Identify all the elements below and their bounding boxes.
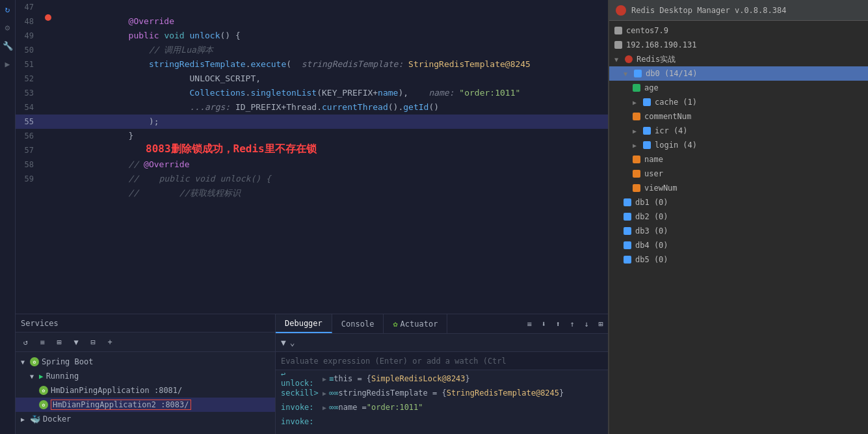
line-number-58: 58 [16,157,42,172]
line-number-54: 54 [16,100,42,115]
line-number-53: 53 [16,86,42,100]
reload-btn[interactable]: ↺ [18,335,33,349]
tab-debugger[interactable]: Debugger [276,314,332,333]
code-area: 47 @Override 48 public void unlock() { [16,0,608,314]
docker-icon: 🐳 [30,414,40,424]
practice-arrow: ▼ [614,56,624,63]
debugger-down-btn[interactable]: ⬇ [536,317,551,331]
redis-db3[interactable]: db3 (0) [609,224,868,238]
frame-arrow-1[interactable]: ▶ [322,375,326,383]
sidebar-item-app1[interactable]: ✿ HmDianPingApplication :8081/ [16,383,275,398]
frame-name-invoke2: invoke: [281,417,320,426]
sidebar-item-app2[interactable]: ✿ HmDianPingApplication2 :8083/ [16,398,275,412]
sidebar-item-spring-boot[interactable]: ▼ ✿ Spring Boot [16,355,275,369]
build-icon[interactable]: 🔧 [1,39,14,52]
line-number-56: 56 [16,129,42,143]
icr-arrow: ▶ [633,128,642,135]
redis-db5[interactable]: db5 (0) [609,252,868,267]
redis-key-name[interactable]: name [609,152,868,167]
code-line-48: 48 public void unlock() { [16,14,608,29]
redis-server-practice[interactable]: ▼ Redis实战 [609,52,868,66]
db2-label: db2 (0) [635,212,668,221]
code-line-54: 54 ); [16,100,608,115]
frame-arrow-3[interactable]: ▶ [322,404,326,411]
redis-panel: Redis Desktop Manager v.0.8.8.384 centos… [608,0,868,434]
user-label: user [644,169,663,178]
debug-frame-unlock: ↩ unlock: ▶ ≡ this = {SimpleRedisLock@82… [276,372,608,386]
redis-server-centos[interactable]: centos7.9 [609,23,868,38]
tab-actuator[interactable]: ✿ Actuator [384,314,447,333]
refresh-icon[interactable]: ↻ [1,3,14,16]
db2-icon [624,213,631,221]
tab-console[interactable]: Console [332,314,384,333]
filter-down-icon[interactable]: ⌄ [290,338,295,347]
redis-key-commentnum[interactable]: commentNum [609,109,868,124]
frame-arrow-2[interactable]: ▶ [322,390,326,397]
app1-label: HmDianPingApplication :8081/ [51,386,182,395]
sidebar-item-running[interactable]: ▼ ▶ Running [16,369,275,383]
login-icon [643,141,651,149]
server-ip-label: 192.168.190.131 [626,40,696,49]
filter-icon[interactable]: ▼ [281,338,286,347]
debugger-menu-btn[interactable]: ≡ [522,317,536,331]
redis-folder-cache[interactable]: ▶ cache (1) [609,95,868,109]
redis-title: Redis Desktop Manager v.0.8.8.384 [631,6,786,15]
db1-label: db1 (0) [635,198,668,207]
group-btn[interactable]: ⊞ [52,335,66,349]
frame-name-unlock: ↩ unlock: [281,370,320,388]
redis-key-viewnum[interactable]: viewNum [609,181,868,195]
redis-tree: centos7.9 192.168.190.131 ▼ Redis实战 ▼ db… [609,21,868,434]
sidebar-item-docker[interactable]: ▶ 🐳 Docker [16,412,275,426]
comment-59: // //获取线程标识 [108,188,240,198]
commentnum-key-icon [633,113,640,120]
gutter-48 [42,14,55,21]
redis-db1[interactable]: db1 (0) [609,195,868,210]
redis-key-user[interactable]: user [609,167,868,181]
frame-srt-label: stringRedisTemplate = { [338,388,446,398]
infinity-1: ∞∞ [329,388,338,398]
services-title: Services [21,319,59,328]
name-label: name [644,155,663,164]
debugger-tabs: Debugger Console ✿ Actuator ≡ ⬇ ⬆ ↑ ↓ ⊞ [276,314,608,334]
editor-panel: 47 @Override 48 public void unlock() { [16,0,608,434]
redis-header: Redis Desktop Manager v.0.8.8.384 [609,0,868,21]
db0-arrow: ▼ [624,70,633,77]
debugger-extra-btn[interactable]: ↓ [579,317,594,331]
redis-folder-login[interactable]: ▶ login (4) [609,138,868,152]
redis-folder-icr[interactable]: ▶ icr (4) [609,124,868,138]
frame-name-seckill: seckill> [281,388,320,398]
run-icon[interactable]: ▶ [1,57,14,70]
app2-label: HmDianPingApplication2 :8083/ [51,400,191,410]
icr-icon [643,127,651,135]
redis-server-ip[interactable]: 192.168.190.131 [609,38,868,52]
collapse-btn[interactable]: ≡ [35,335,49,349]
code-line-49: 49 // 调用Lua脚本 [16,29,608,43]
debugger-up-btn[interactable]: ⬆ [551,317,565,331]
viewnum-key-icon [633,184,640,192]
services-tree: ▼ ✿ Spring Boot ▼ ▶ Running ✿ HmDianPing… [16,352,275,434]
add-btn[interactable]: + [103,335,117,349]
cache-label: cache (1) [655,98,697,107]
debugger-grid-btn[interactable]: ⊞ [594,317,608,331]
redis-db0[interactable]: ▼ db0 (14/14) [609,66,868,81]
app1-icon: ✿ [39,386,48,395]
commentnum-label: commentNum [644,112,691,121]
server-centos-label: centos7.9 [626,26,668,35]
infinity-2: ∞∞ [329,403,338,412]
code-line-51: 51 UNLOCK_SCRIPT, [16,57,608,72]
filter-btn[interactable]: ▼ [69,335,83,349]
layout-btn[interactable]: ⊟ [86,335,100,349]
db0-label: db0 (14/14) [646,69,697,78]
age-key-icon [633,84,640,92]
breakpoint-48[interactable] [45,14,51,21]
frame-this: ≡ [329,374,334,383]
debugger-up2-btn[interactable]: ↑ [565,317,579,331]
line-number-48: 48 [16,14,42,29]
redis-db4[interactable]: db4 (0) [609,238,868,252]
redis-key-age[interactable]: age [609,81,868,95]
redis-db2[interactable]: db2 (0) [609,210,868,224]
delete-lock-text: 8083删除锁成功，Redis里不存在锁 [146,142,317,155]
services-panel: Services ↺ ≡ ⊞ ▼ ⊟ + ▼ ✿ Spring Boot [16,314,276,434]
db0-icon [634,70,642,77]
settings-icon[interactable]: ⚙ [1,21,14,34]
